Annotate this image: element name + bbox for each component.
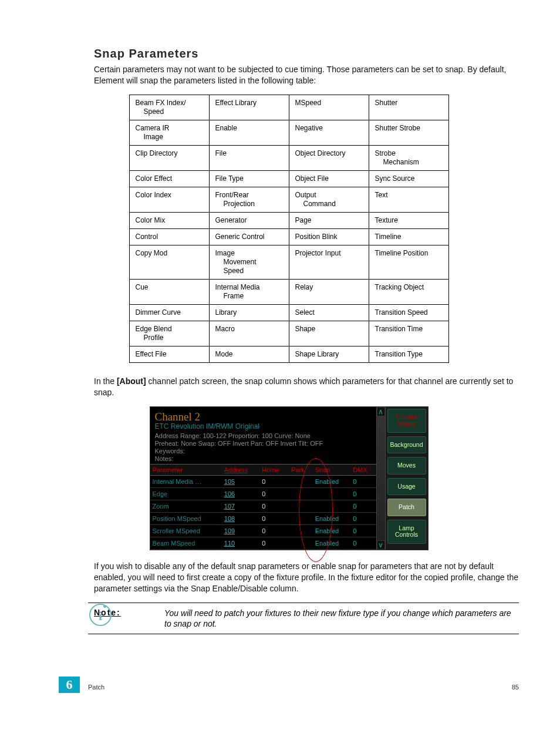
table-row: Internal Media …1050Enabled0: [150, 476, 376, 488]
address-link[interactable]: 105: [224, 478, 235, 485]
table-cell: Internal MediaFrame: [209, 279, 289, 304]
table-cell: Position Blink: [289, 228, 369, 245]
cell: Beam MSpeed: [150, 537, 222, 550]
table-cell: Shutter: [369, 95, 448, 120]
address-link[interactable]: 106: [224, 490, 235, 497]
table-cell: Shape: [289, 321, 369, 346]
table-cell: Transition Time: [369, 321, 448, 346]
table-cell: Beam FX Index/Speed: [129, 95, 209, 120]
footer-right: 85: [512, 684, 519, 691]
table-cell: Transition Type: [369, 346, 448, 362]
cell: Enabled: [313, 525, 350, 537]
scroll-track[interactable]: [377, 416, 385, 541]
column-header: Parameter: [150, 465, 222, 476]
address-link[interactable]: 107: [224, 503, 235, 510]
table-cell: Color Effect: [129, 170, 209, 187]
cell: 0: [259, 537, 289, 550]
table-cell: Sync Source: [369, 170, 448, 187]
table-cell: Generic Control: [209, 228, 289, 245]
table-cell: Cue: [129, 279, 209, 304]
table-row: Scroller MSpeed1090Enabled0: [150, 525, 376, 537]
side-button[interactable]: Usage: [387, 478, 426, 496]
cell: Edge: [150, 488, 222, 500]
about-prefix: In the: [94, 376, 117, 386]
table-cell: File Type: [209, 170, 289, 187]
page-footer: 6 Patch 85: [59, 675, 519, 693]
cell: 107: [222, 500, 259, 513]
cell: [289, 525, 313, 537]
cell: 105: [222, 476, 259, 488]
cell: 0: [259, 513, 289, 525]
table-cell: Timeline: [369, 228, 448, 245]
table-cell: Mode: [209, 346, 289, 362]
table-cell: Effect Library: [209, 95, 289, 120]
address-link[interactable]: 108: [224, 515, 235, 522]
table-row: Beam MSpeed1100Enabled0: [150, 537, 376, 550]
table-cell: Dimmer Curve: [129, 304, 209, 321]
table-cell: Effect File: [129, 346, 209, 362]
table-row: Edge10600: [150, 488, 376, 500]
page-heading: Snap Parameters: [94, 47, 519, 60]
scroll-up-icon[interactable]: ∧: [377, 407, 385, 416]
note-box: Note: You will need to patch your fixtur…: [88, 603, 519, 634]
scroll-down-icon[interactable]: ∨: [377, 540, 385, 550]
table-cell: StrobeMechanism: [369, 145, 448, 170]
column-header: Address: [222, 465, 259, 476]
channel-title: Channel 2: [155, 410, 372, 423]
table-cell: MSpeed: [289, 95, 369, 120]
column-header: Park: [289, 465, 313, 476]
side-button[interactable]: Background: [387, 436, 426, 454]
cell: Internal Media …: [150, 476, 222, 488]
cell: 106: [222, 488, 259, 500]
note-text: You will need to patch your fixtures to …: [164, 608, 519, 629]
cell: 0: [350, 476, 376, 488]
side-button-column: CurrentValuesBackgroundMovesUsagePatchLa…: [386, 407, 428, 550]
table-cell: File: [209, 145, 289, 170]
table-cell: Color Index: [129, 187, 209, 212]
cell: [289, 513, 313, 525]
table-cell: OutputCommand: [289, 187, 369, 212]
cell: 0: [350, 500, 376, 513]
cell: [289, 537, 313, 550]
cell: [289, 476, 313, 488]
table-cell: Texture: [369, 212, 448, 228]
side-button[interactable]: Patch: [387, 499, 426, 516]
cell: 108: [222, 513, 259, 525]
cell: 109: [222, 525, 259, 537]
cell: 0: [259, 500, 289, 513]
after-paragraph: If you wish to disable any of the defaul…: [94, 561, 519, 594]
table-cell: Timeline Position: [369, 245, 448, 279]
cell: [313, 488, 350, 500]
cell: 110: [222, 537, 259, 550]
cell: [313, 500, 350, 513]
cell: Position MSpeed: [150, 513, 222, 525]
table-cell: Shutter Strobe: [369, 120, 448, 145]
cell: 0: [350, 525, 376, 537]
scrollbar[interactable]: ∧ ∨: [376, 407, 386, 550]
table-cell: Front/RearProjection: [209, 187, 289, 212]
table-cell: Projector Input: [289, 245, 369, 279]
cell: 0: [350, 537, 376, 550]
about-paragraph: In the [About] channel patch screen, the…: [94, 376, 519, 398]
channel-meta: Address Range: 100-122 Proportion: 100 C…: [155, 432, 372, 463]
side-button[interactable]: Moves: [387, 457, 426, 475]
info-icon: i: [89, 604, 112, 626]
cell: Enabled: [313, 476, 350, 488]
table-cell: Copy Mod: [129, 245, 209, 279]
cell: Scroller MSpeed: [150, 525, 222, 537]
cell: 0: [350, 488, 376, 500]
table-row: Zoom10700: [150, 500, 376, 513]
column-header: Snap: [313, 465, 350, 476]
address-link[interactable]: 110: [224, 540, 235, 547]
cell: Enabled: [313, 537, 350, 550]
table-cell: Object File: [289, 170, 369, 187]
address-link[interactable]: 109: [224, 527, 235, 534]
side-button[interactable]: CurrentValues: [387, 409, 426, 433]
side-button[interactable]: LampControls: [387, 520, 426, 544]
table-cell: Page: [289, 212, 369, 228]
table-cell: Object Directory: [289, 145, 369, 170]
table-cell: ImageMovementSpeed: [209, 245, 289, 279]
table-cell: Clip Directory: [129, 145, 209, 170]
table-cell: Edge BlendProfile: [129, 321, 209, 346]
about-suffix: channel patch screen, the snap column sh…: [94, 376, 513, 397]
